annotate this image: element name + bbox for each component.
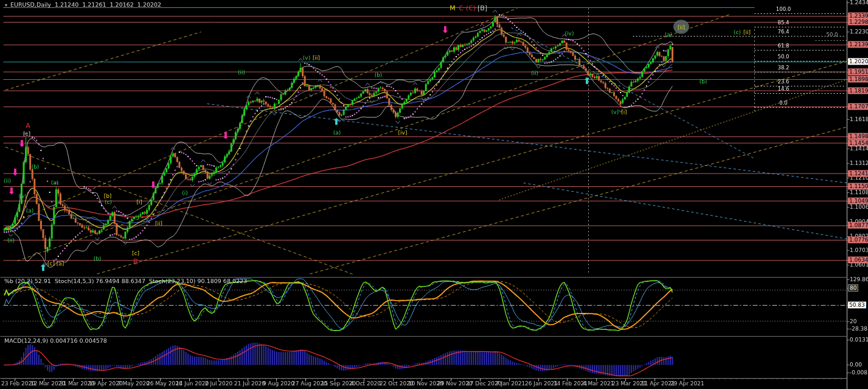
wave-label: (ii) [7, 237, 15, 244]
price-axis-label[interactable]: 1.24340 [850, 0, 868, 5]
sell-signal-arrow-icon: ⬇ [12, 167, 19, 178]
wave-label: (a) [665, 32, 673, 38]
date-axis-label[interactable]: 26 Jan 2021 [525, 380, 558, 387]
sell-signal-arrow-icon: ⬇ [442, 24, 450, 35]
sr-price-label: 1.21393 [848, 41, 868, 48]
wave-label: C [459, 4, 464, 12]
wave-label: (b) [94, 256, 102, 262]
wave-label: [iv] [398, 130, 408, 136]
date-axis-label[interactable]: 29 Apr 2021 [670, 380, 704, 387]
chart-symbol-period: EURUSD,Daily [10, 1, 51, 8]
fib-level-label: 61.8 [778, 43, 790, 49]
macd-axis-label[interactable]: 0.00 [850, 362, 862, 368]
fib-level-label: 100.0 [776, 6, 791, 12]
wave-label: [b] [104, 193, 112, 199]
stoch-axis-label[interactable]: 50.83 [848, 302, 866, 309]
sr-price-label: 1.14541 [848, 140, 868, 147]
sr-price-label: 1.17071 [848, 103, 868, 110]
macd-axis-label[interactable]: 0.013189 [850, 337, 868, 343]
price-axis-label[interactable]: 1.10060 [850, 204, 868, 210]
date-axis-label[interactable]: 7 Jan 2021 [496, 380, 525, 387]
date-axis-label[interactable]: 14 Jun 2020 [176, 380, 209, 387]
price-chart-canvas[interactable] [0, 0, 868, 389]
macd-axis-label[interactable]: -0.008179 [850, 370, 868, 376]
sell-signal-arrow-icon: ⬇ [222, 130, 230, 141]
buy-signal-arrow-icon: ⬆ [333, 116, 341, 127]
price-axis-label[interactable]: 1.22300 [850, 29, 868, 35]
wave-label: (ii) [531, 70, 538, 76]
fib-level-label: 76.4 [778, 29, 790, 35]
sr-price-label: 1.22980 [848, 19, 868, 26]
fib-extra-label: 50.0 [827, 32, 838, 38]
date-axis-label[interactable]: 4 Mar 2021 [583, 380, 614, 387]
wave-label: [c] [132, 250, 139, 256]
current-price-label: 1.20202 [848, 58, 868, 65]
fib-level-label: 0.0 [779, 100, 788, 106]
wave-label: (b) [375, 72, 383, 78]
sr-price-label: 1.14983 [848, 133, 868, 140]
wave-label: (iv) [565, 30, 574, 37]
date-axis-label[interactable]: 2 Jul 2020 [205, 380, 232, 387]
sr-price-label: 1.08770 [848, 222, 868, 229]
buy-signal-arrow-icon: ⬆ [583, 75, 591, 86]
wave-label: (c) [734, 29, 741, 35]
stoch-axis-label[interactable]: -28.38 [850, 326, 867, 332]
date-axis-label[interactable]: 7 May 2020 [117, 380, 150, 387]
sell-signal-arrow-icon: ⬇ [8, 186, 16, 197]
price-axis-label[interactable]: 1.11080 [850, 189, 868, 195]
ohlc-open: 1.21240 [55, 1, 78, 8]
sr-price-label: 1.12416 [848, 170, 868, 177]
wave-label: A [26, 122, 30, 130]
price-axis-label[interactable]: 1.16180 [850, 116, 868, 122]
wave-label: B [133, 257, 139, 266]
fib-level-label: 85.4 [778, 19, 790, 26]
sell-signal-arrow-icon: ⬇ [150, 180, 158, 191]
price-axis-label[interactable]: 1.13120 [850, 160, 868, 166]
wave-label: (a) [333, 130, 341, 136]
wave-label: [i] [136, 199, 142, 205]
sr-price-label: 1.06348 [848, 257, 868, 264]
date-axis-label[interactable]: 4 Oct 2020 [350, 380, 381, 387]
wave-label: (C) [466, 4, 476, 12]
wave-label: [ii] [155, 220, 162, 226]
wave-label: (v) [611, 109, 619, 115]
wave-label: (i) [182, 190, 188, 196]
price-axis-label[interactable]: 1.07030 [850, 247, 868, 253]
wave-label: [B] [477, 4, 487, 12]
fib-level-label: 14.6 [778, 86, 790, 92]
wave-label: [ii] [313, 55, 320, 61]
sell-signal-arrow-icon: ⬇ [18, 138, 26, 149]
mt4-chart-window: ▾EURUSD,Daily1.212401.212611.201621.2020… [0, 0, 868, 389]
symbol-dropdown-icon[interactable]: ▾ [5, 2, 7, 8]
wave-label: (iv) [18, 194, 26, 199]
wave-label: [c] [23, 131, 30, 137]
sr-price-label: 1.10499 [848, 198, 868, 205]
ohlc-high: 1.21261 [82, 1, 106, 8]
wave-label: (b) [32, 164, 40, 170]
sr-price-label: 1.07765 [848, 237, 868, 244]
sr-price-label: 1.18982 [848, 76, 868, 83]
wave-label: (ii) [4, 178, 11, 184]
stoch-axis-label[interactable]: 20 [850, 318, 856, 324]
wave-label: (ii) [238, 69, 245, 75]
ohlc-close: 1.20202 [137, 1, 161, 8]
ohlc-low: 1.20162 [110, 1, 134, 8]
wave-badge: [ii] [673, 20, 689, 34]
fib-level-label: 50.0 [778, 54, 790, 60]
fib-level-label: 23.6 [778, 79, 790, 85]
macd-indicator-label: MACD(12,24,9) 0.004716 0.004578 [4, 337, 107, 344]
wave-label: (a) [51, 180, 59, 186]
wave-label: [c] [47, 261, 55, 267]
chart-title-bar: ▾EURUSD,Daily1.212401.212611.201621.2020… [5, 1, 165, 8]
stoch-axis-label[interactable]: 80 [848, 284, 858, 292]
wave-label: M [450, 4, 456, 12]
price-axis-label[interactable]: 1.14140 [850, 145, 868, 152]
sr-price-label: 1.11506 [848, 183, 868, 190]
wave-label: (a) [26, 208, 34, 214]
date-axis-label[interactable]: 9 Aug 2020 [263, 380, 294, 387]
stoch-axis-label[interactable]: 129.86 [850, 276, 868, 282]
wave-label: [i] [621, 109, 627, 115]
wave-label: [a] [57, 261, 64, 267]
wave-label: (v) [303, 55, 310, 61]
date-axis-label[interactable]: 21 Jul 2020 [234, 380, 265, 387]
